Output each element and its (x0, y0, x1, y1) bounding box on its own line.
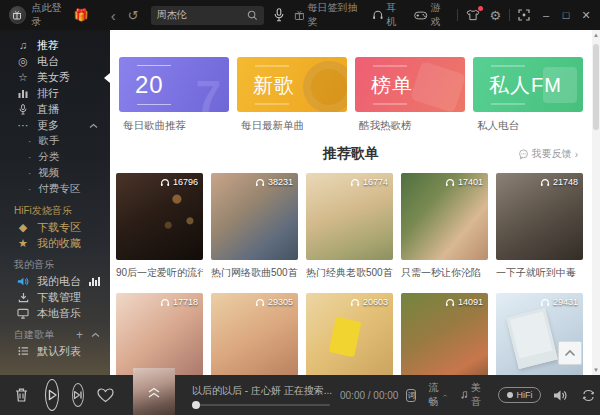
banner-caption[interactable]: 每日歌曲推荐 (119, 119, 229, 133)
maximize-button[interactable]: □ (556, 9, 576, 21)
playlist-card[interactable]: 21748 一下子就听到中毒 (496, 173, 583, 280)
progress-knob[interactable] (192, 401, 200, 409)
my-music-section-header: 我的音乐 (0, 257, 110, 273)
volume-icon[interactable] (553, 389, 568, 402)
sidebar-item-download-manager[interactable]: 下载管理 (0, 289, 110, 305)
sound-effect-button[interactable]: 美音 (461, 381, 484, 409)
playlist-title[interactable]: 90后一定爱听的流行歌 (116, 266, 203, 280)
progress-bar[interactable] (192, 404, 330, 406)
quality-selector[interactable]: 流畅 (428, 381, 447, 409)
playlist-card[interactable]: 38231 热门网络歌曲500首 (211, 173, 298, 280)
sidebar-item-live[interactable]: 直播 (0, 101, 110, 117)
lyrics-toggle-button[interactable]: 词 (406, 389, 416, 402)
settings-gear-icon[interactable]: ⚙ (490, 9, 502, 22)
page-title: 推荐歌单 (323, 145, 379, 163)
play-button[interactable] (45, 379, 59, 411)
headphone-mode[interactable]: 耳机 (372, 1, 405, 29)
sidebar-subitem-label: 视频 (38, 166, 59, 180)
sidebar-item-my-favorites[interactable]: ★ 我的收藏 (0, 235, 110, 251)
now-playing-area: 以后的以后 - 庄心妍 正在搜索... (192, 384, 332, 406)
sidebar-item-my-radio[interactable]: 我的电台 (0, 273, 110, 289)
title-bar: 点此登录 🎁 ‹ ↺ 每日签到抽奖 耳机 游戏 ⚙ (0, 0, 600, 30)
playlist-cover[interactable]: 17401 (401, 173, 488, 260)
scroll-down-arrow[interactable]: ▼ (592, 365, 600, 375)
playlist-title[interactable]: 热门经典老歌500首 (306, 266, 393, 280)
banner-charts[interactable]: 榜单 (355, 57, 465, 112)
voice-search-icon[interactable] (274, 8, 284, 22)
back-icon[interactable]: ‹ (111, 8, 116, 23)
playlist-card[interactable]: 17401 只需一秒让你沦陷 (401, 173, 488, 280)
daily-signin[interactable]: 每日签到抽奖 (294, 1, 362, 29)
user-avatar[interactable] (9, 6, 26, 24)
next-track-button[interactable] (72, 383, 84, 407)
sidebar-item-local-music[interactable]: 本地音乐 (0, 305, 110, 321)
search-input[interactable] (157, 10, 247, 21)
search-icon[interactable] (247, 10, 258, 21)
trash-icon[interactable] (14, 387, 29, 403)
playlist-title[interactable]: 一下子就听到中毒 (496, 266, 583, 280)
playlist-title[interactable]: 热门网络歌曲500首 (211, 266, 298, 280)
playlist-cover[interactable]: 14091 (401, 293, 488, 375)
mini-mode-icon[interactable] (518, 9, 530, 21)
add-playlist-icon[interactable]: + (76, 329, 83, 341)
playlist-card[interactable]: 20603 (306, 293, 393, 375)
banner-caption[interactable]: 每日最新单曲 (237, 119, 347, 133)
sidebar-item-ranking[interactable]: 排行 (0, 85, 110, 101)
back-to-top-button[interactable] (558, 341, 582, 365)
sidebar-subitem-categories[interactable]: · 分类 (0, 149, 110, 165)
sidebar-item-beauty-show[interactable]: ☆ 美女秀 (0, 69, 110, 85)
banner-daily-recommend[interactable]: 7 20 (119, 57, 229, 112)
playlist-cover[interactable]: 16774 (306, 173, 393, 260)
playlist-cover[interactable]: 16796 (116, 173, 203, 260)
radio-target-icon: ◎ (16, 55, 30, 68)
sidebar-item-label: 默认列表 (37, 344, 81, 359)
playlist-card[interactable]: 16796 90后一定爱听的流行歌 (116, 173, 203, 280)
listen-count: 14091 (458, 297, 483, 307)
sidebar-item-more[interactable]: ⋯ 更多 (0, 117, 110, 133)
playlist-cover[interactable]: 29305 (211, 293, 298, 375)
sidebar-subitem-paid-zone[interactable]: · 付费专区 (0, 181, 110, 197)
playlist-card[interactable]: 14091 (401, 293, 488, 375)
playlist-card[interactable]: 17718 (116, 293, 203, 375)
login-link[interactable]: 点此登录 (32, 1, 68, 29)
sidebar-item-radio[interactable]: ◎ 电台 (0, 53, 110, 69)
playlist-card[interactable]: 16774 热门经典老歌500首 (306, 173, 393, 280)
banner-caption[interactable]: 私人电台 (473, 119, 583, 133)
recommend-heading-row: 推荐歌单 我要反馈 › (110, 144, 592, 164)
collapse-chevron-icon[interactable] (91, 332, 100, 338)
sidebar-subitem-videos[interactable]: · 视频 (0, 165, 110, 181)
refresh-icon[interactable]: ↺ (128, 8, 139, 23)
banner-personal-fm[interactable]: 私人FM (473, 57, 583, 112)
sidebar-item-recommend[interactable]: ♫ 推荐 (0, 37, 110, 53)
sidebar-item-download-zone[interactable]: ◆ 下载专区 (0, 219, 110, 235)
sidebar-item-default-playlist[interactable]: 默认列表 (0, 343, 110, 359)
scrollbar-thumb[interactable] (593, 44, 599, 130)
playlist-cover[interactable]: 21748 (496, 173, 583, 260)
repeat-mode-icon[interactable] (581, 389, 596, 402)
playlist-title[interactable]: 只需一秒让你沦陷 (401, 266, 488, 280)
feedback-link[interactable]: 我要反馈 › (518, 147, 578, 161)
hifi-toggle-button[interactable]: HiFi (498, 387, 541, 403)
chevron-up-icon[interactable] (89, 119, 98, 131)
playlist-cover[interactable]: 17718 (116, 293, 203, 375)
favorite-heart-icon[interactable] (97, 388, 114, 403)
search-box[interactable] (151, 6, 264, 25)
playlist-card[interactable]: 29305 (211, 293, 298, 375)
game-center[interactable]: 游戏 (414, 1, 448, 29)
minimize-button[interactable]: – (536, 9, 556, 21)
sidebar-item-label: 更多 (37, 118, 59, 133)
close-button[interactable]: ✕ (576, 9, 596, 22)
playlist-cover[interactable]: 38231 (211, 173, 298, 260)
skin-icon[interactable] (466, 9, 480, 21)
scroll-up-arrow[interactable]: ▲ (592, 30, 600, 40)
vertical-scrollbar[interactable]: ▲ ▼ (592, 30, 600, 375)
listen-count: 16774 (363, 177, 388, 187)
album-art-thumbnail[interactable] (133, 368, 175, 415)
listen-count-icon (160, 178, 170, 187)
banner-new-songs[interactable]: 新歌 (237, 57, 347, 112)
banner-caption[interactable]: 酷我热歌榜 (355, 119, 465, 133)
song-title[interactable]: 以后的以后 - 庄心妍 正在搜索... (192, 384, 332, 398)
sidebar-subitem-singers[interactable]: · 歌手 (0, 133, 110, 149)
gift-icon[interactable]: 🎁 (74, 8, 89, 22)
playlist-cover[interactable]: 20603 (306, 293, 393, 375)
